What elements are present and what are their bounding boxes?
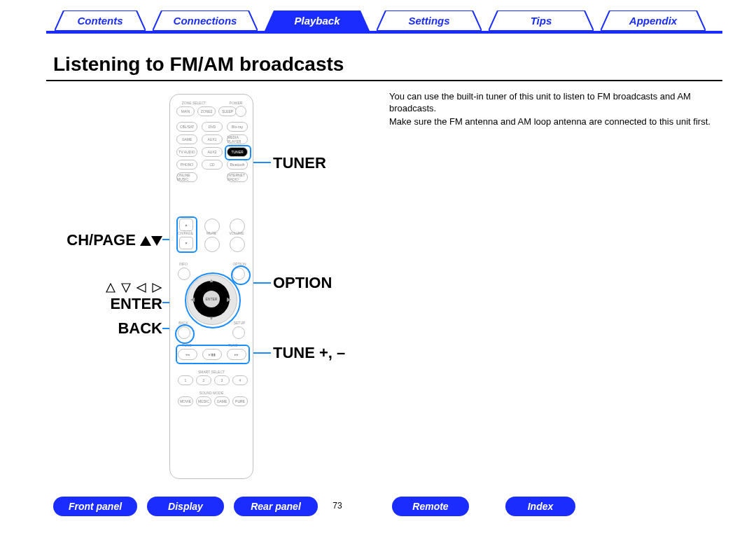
tab-label: Playback bbox=[294, 15, 340, 27]
remote-btn-smart2: 2 bbox=[196, 375, 211, 385]
triangle-up-outline-icon bbox=[106, 283, 115, 293]
pill-remote[interactable]: Remote bbox=[392, 497, 469, 516]
tab-label: Tips bbox=[531, 15, 552, 27]
remote-mute-label: MUTE bbox=[201, 231, 222, 235]
tab-label: Contents bbox=[78, 15, 123, 27]
pill-front-panel[interactable]: Front panel bbox=[53, 497, 137, 516]
svg-marker-8 bbox=[137, 284, 146, 292]
remote-sound-label: SOUND MODE bbox=[190, 391, 232, 395]
tab-label: Settings bbox=[408, 15, 449, 27]
pill-label: Display bbox=[168, 501, 203, 512]
callout-chpage: CH/PAGE bbox=[66, 231, 162, 249]
callout-enter: ENTER bbox=[110, 295, 162, 313]
pill-label: Front panel bbox=[69, 501, 122, 512]
remote-btn-mute bbox=[204, 237, 220, 252]
pill-index[interactable]: Index bbox=[505, 497, 575, 516]
triangle-left-outline-icon bbox=[136, 283, 146, 293]
remote-btn-movie: MOVIE bbox=[178, 396, 193, 406]
callout-back: BACK bbox=[118, 319, 162, 338]
page-root: Contents Connections Playback Settings T… bbox=[0, 0, 756, 533]
bottom-link-bar: Front panel Display Rear panel 73 Remote… bbox=[0, 497, 756, 520]
remote-volume-label: VOLUME bbox=[225, 231, 248, 235]
tab-label: Connections bbox=[174, 15, 237, 27]
page-number: 73 bbox=[323, 501, 351, 511]
pill-display[interactable]: Display bbox=[147, 497, 224, 516]
callout-tuner: TUNER bbox=[273, 154, 326, 172]
remote-btn: DVD bbox=[202, 122, 223, 132]
tab-settings[interactable]: Settings bbox=[377, 11, 482, 31]
remote-btn: TV AUDIO bbox=[176, 147, 197, 157]
tab-label: Appendix bbox=[629, 15, 677, 27]
remote-btn-smart4: 4 bbox=[232, 375, 248, 385]
callout-chpage-text: CH/PAGE bbox=[66, 231, 136, 249]
svg-marker-9 bbox=[153, 284, 161, 292]
remote-btn-music: MUSIC bbox=[196, 396, 211, 406]
tab-contents[interactable]: Contents bbox=[55, 11, 146, 31]
remote-btn-sleep: SLEEP bbox=[218, 106, 237, 116]
remote-btn: Blu-ray bbox=[227, 122, 248, 132]
highlight-tune bbox=[176, 345, 250, 364]
highlight-tuner bbox=[225, 145, 251, 160]
remote-btn-info bbox=[178, 268, 190, 280]
remote-btn-pure: PURE bbox=[232, 396, 248, 406]
remote-btn-main: MAIN bbox=[176, 106, 195, 116]
callout-option: OPTION bbox=[273, 274, 332, 292]
remote-illustration: ZONE SELECT POWER MAIN ZONE2 SLEEP CBL/S… bbox=[169, 94, 253, 479]
tab-playback[interactable]: Playback bbox=[265, 11, 370, 31]
triangle-up-icon bbox=[140, 236, 151, 246]
remote-setup-label: SETUP bbox=[231, 321, 248, 325]
remote-btn: AUX1 bbox=[202, 134, 223, 144]
remote-btn: CD bbox=[202, 160, 223, 169]
remote-btn: PHONO bbox=[176, 160, 197, 169]
tab-connections[interactable]: Connections bbox=[153, 11, 258, 31]
remote-btn-zone2: ZONE2 bbox=[197, 106, 216, 116]
body-p1: You can use the built-in tuner of this u… bbox=[389, 90, 718, 114]
svg-marker-7 bbox=[122, 284, 130, 292]
triangle-right-outline-icon bbox=[152, 283, 162, 293]
remote-btn: INTERNET RADIO bbox=[227, 172, 248, 182]
triangle-down-icon bbox=[151, 236, 162, 246]
remote-smart-label: SMART SELECT bbox=[190, 370, 232, 374]
remote-btn-smart1: 1 bbox=[178, 375, 193, 385]
remote-btn-smart3: 3 bbox=[214, 375, 230, 385]
pill-label: Index bbox=[528, 501, 554, 512]
remote-btn-game: GAME bbox=[214, 396, 230, 406]
remote-zone-select-label: ZONE SELECT bbox=[176, 101, 211, 105]
pill-label: Remote bbox=[412, 501, 448, 512]
pill-rear-panel[interactable]: Rear panel bbox=[234, 497, 318, 516]
tab-tips[interactable]: Tips bbox=[489, 11, 594, 31]
body-text: You can use the built-in tuner of this u… bbox=[389, 90, 718, 129]
remote-power-label: POWER bbox=[225, 101, 246, 105]
highlight-back bbox=[175, 324, 195, 344]
highlight-dpad bbox=[185, 272, 241, 328]
svg-marker-6 bbox=[106, 284, 115, 292]
callout-dpad-icons bbox=[105, 278, 162, 296]
remote-btn: AUX2 bbox=[202, 147, 223, 157]
remote-btn: GAME bbox=[176, 134, 197, 144]
remote-btn-setup bbox=[232, 326, 245, 339]
triangle-down-outline-icon bbox=[121, 283, 131, 293]
top-tab-bar: Contents Connections Playback Settings T… bbox=[0, 1, 756, 35]
remote-btn-vol-down bbox=[230, 237, 245, 252]
remote-btn-power bbox=[235, 106, 246, 117]
remote-btn: ONLINE MUSIC bbox=[176, 172, 197, 182]
remote-btn: MEDIA PLAYER bbox=[227, 134, 248, 144]
page-title: Listening to FM/AM broadcasts bbox=[53, 53, 344, 76]
highlight-chpage bbox=[176, 216, 197, 253]
remote-btn: Bluetooth bbox=[227, 160, 248, 169]
pill-label: Rear panel bbox=[251, 501, 301, 512]
remote-info-label: INFO bbox=[175, 262, 192, 266]
callout-tune: TUNE +, – bbox=[273, 344, 345, 362]
heading-underline bbox=[46, 80, 722, 81]
tabbar-underline bbox=[46, 31, 722, 34]
body-p2: Make sure the FM antenna and AM loop ant… bbox=[389, 116, 718, 127]
remote-btn: CBL/SAT bbox=[176, 122, 197, 132]
tab-appendix[interactable]: Appendix bbox=[601, 11, 706, 31]
